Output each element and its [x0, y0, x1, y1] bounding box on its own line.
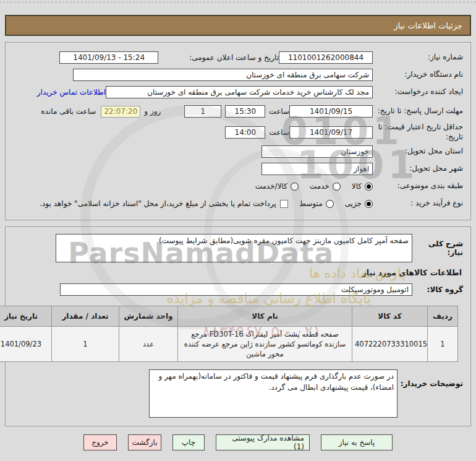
respond-to-need-button[interactable]: پاسخ به نیاز	[321, 434, 393, 450]
radio-medium-label: متوسط	[299, 199, 323, 208]
buyer-org-row: نام دستگاه خریدار: شرکت سهامی برق منطقه …	[13, 67, 463, 83]
buyer-contact-link[interactable]: اطلاعات تماس خریدار	[37, 88, 106, 97]
buyer-notes-label: توضیحات خریدار:	[397, 369, 463, 388]
radio-goods-label: کالا	[352, 182, 362, 191]
treasury-checkbox-label: پرداخت تمام یا بخشی از مبلغ خرید،از محل …	[40, 199, 276, 208]
cell-quantity: 1	[52, 327, 119, 362]
buyer-org-field[interactable]: شرکت سهامی برق منطقه ای خوزستان	[73, 69, 373, 81]
goods-table-row: 1 4072220733310015 صفحه قطعه پشت آمپر لی…	[0, 327, 458, 362]
radio-option-goods-service[interactable]: کالا/خدمت	[255, 182, 299, 191]
reply-deadline-label: مهلت ارسال پاسخ: تا تاریخ:	[373, 106, 463, 116]
request-creator-field[interactable]: مجد لک کارشناس خرید خدمات شرکت سهامی برق…	[106, 86, 373, 98]
top-dotted-divider	[0, 1, 476, 3]
radio-goods-service-icon[interactable]	[291, 183, 299, 191]
cell-goods-code: 4072220733310015	[352, 327, 428, 362]
request-creator-row: ایجاد کننده درخواست: مجد لک کارشناس خرید…	[13, 84, 463, 100]
delivery-city-label: شهر محل تحویل:	[373, 164, 463, 174]
need-description-row: شرح کلی نیاز: صفحه آمپر کامل کامیون مازب…	[13, 234, 463, 262]
col-header-need-date: تاریخ نیاز	[0, 306, 52, 327]
buyer-notes-row: توضیحات خریدار: در صورت عدم بارگذاری فرم…	[13, 369, 463, 418]
radio-option-service[interactable]: خدمت	[310, 182, 341, 191]
need-number-label: شماره نیاز:	[373, 53, 463, 62]
buyer-org-label: نام دستگاه خریدار:	[373, 70, 463, 80]
goods-group-row: گروه کالا: اتومبیل وموتورسیکلت	[13, 282, 463, 298]
action-button-bar: پاسخ به نیاز مشاهده مدارک پیوستی (1) چاپ…	[0, 434, 476, 450]
process-type-row: نوع فرآیند خرید : جزیی متوسط پرداخت تمام…	[13, 196, 463, 212]
reply-deadline-date-field[interactable]: 1401/09/15	[289, 105, 373, 118]
radio-option-minor[interactable]: جزیی	[345, 199, 373, 208]
delivery-city-field[interactable]: اهواز	[261, 163, 373, 175]
price-validity-row: حداقل تاریخ اعتبار قیمت: تا تاریخ: 1401/…	[13, 123, 463, 142]
radio-goods-service-label: کالا/خدمت	[255, 182, 287, 191]
page-title-bar: جزئیات اطلاعات نیاز	[5, 15, 471, 36]
back-button[interactable]: بازگشت	[128, 434, 161, 450]
goods-table-header-row: ردیف کد کالا نام کالا واحد شمارش تعداد /…	[0, 306, 458, 327]
announce-datetime-label: تاریخ و ساعت اعلان عمومی:	[189, 53, 279, 62]
radio-medium-icon[interactable]	[326, 200, 334, 208]
price-validity-label: حداقل تاریخ اعتبار قیمت: تا تاریخ:	[373, 123, 463, 142]
col-header-goods-code: کد کالا	[352, 306, 428, 327]
remaining-days-label: روز و	[144, 107, 161, 116]
process-type-label: نوع فرآیند خرید :	[373, 199, 463, 209]
goods-group-field[interactable]: اتومبیل وموتورسیکلت	[60, 283, 412, 296]
countdown-timer: 22:07:20	[101, 106, 140, 118]
need-description-label: شرح کلی نیاز:	[412, 239, 463, 257]
cell-row-index: 1	[428, 327, 458, 362]
col-header-quantity: تعداد / مقدار	[52, 306, 119, 327]
reply-deadline-time-field[interactable]: 15:30	[225, 105, 265, 118]
radio-option-goods[interactable]: کالا	[352, 182, 373, 191]
delivery-city-row: شهر محل تحویل: اهواز	[13, 161, 463, 177]
radio-minor-icon[interactable]	[365, 200, 373, 208]
price-validity-hour-label: ساعت	[269, 128, 289, 137]
radio-service-label: خدمت	[310, 182, 329, 191]
need-description-textarea[interactable]: صفحه آمپر کامل کامیون مازبنز جهت کامیون …	[56, 234, 412, 262]
need-number-row: شماره نیاز: 1101001262000844 تاریخ و ساع…	[13, 50, 463, 66]
price-validity-time-field[interactable]: 14:00	[225, 126, 265, 139]
delivery-province-field[interactable]: خوزستان	[261, 145, 373, 158]
reply-deadline-row: مهلت ارسال پاسخ: تا تاریخ: 1401/09/15 سا…	[13, 101, 463, 121]
request-creator-label: ایجاد کننده درخواست:	[373, 87, 463, 97]
buyer-notes-textarea[interactable]: در صورت عدم بارگذاری فرم پیشنهاد قیمت و …	[149, 369, 397, 418]
treasury-checkbox-icon[interactable]	[280, 200, 288, 208]
need-details-page: جزئیات اطلاعات نیاز شماره نیاز: 11010012…	[0, 0, 476, 461]
price-validity-date-field[interactable]: 1401/09/17	[289, 126, 373, 139]
goods-table: ردیف کد کالا نام کالا واحد شمارش تعداد /…	[0, 306, 458, 362]
col-header-row-index: ردیف	[428, 306, 458, 327]
remaining-hours-label: ساعت باقی مانده	[41, 107, 96, 116]
reply-deadline-hour-label: ساعت	[269, 107, 289, 116]
goods-details-panel: شرح کلی نیاز: صفحه آمپر کامل کامیون مازب…	[5, 226, 471, 426]
treasury-checkbox-option[interactable]: پرداخت تمام یا بخشی از مبلغ خرید،از محل …	[40, 199, 288, 208]
delivery-province-row: استان محل تحویل: خوزستان	[13, 144, 463, 160]
col-header-unit: واحد شمارش	[119, 306, 178, 327]
remaining-days-field: 1	[184, 105, 221, 118]
col-header-goods-name: نام کالا	[178, 306, 352, 327]
page-title: جزئیات اطلاعات نیاز	[394, 21, 462, 30]
exit-button[interactable]: خروج	[83, 434, 117, 450]
view-attached-docs-button[interactable]: مشاهده مدارک پیوستی (1)	[216, 434, 310, 450]
delivery-province-label: استان محل تحویل:	[373, 147, 463, 157]
general-info-panel: شماره نیاز: 1101001262000844 تاریخ و ساع…	[5, 42, 471, 220]
radio-service-icon[interactable]	[333, 183, 341, 191]
classification-label: طبقه بندی موضوعی:	[373, 181, 463, 191]
radio-option-medium[interactable]: متوسط	[299, 199, 334, 208]
goods-group-label: گروه کالا:	[412, 285, 463, 294]
cell-need-date: 1401/09/23	[0, 327, 52, 362]
radio-minor-label: جزیی	[345, 199, 362, 208]
need-number-field[interactable]: 1101001262000844	[279, 51, 373, 64]
classification-row: طبقه بندی موضوعی: کالا خدمت کالا/خدمت	[13, 178, 463, 194]
cell-unit: عدد	[119, 327, 178, 362]
print-button[interactable]: چاپ	[172, 434, 205, 450]
announce-datetime-field[interactable]: 1401/09/13 - 15:24	[59, 51, 158, 64]
radio-goods-icon[interactable]	[365, 183, 373, 191]
cell-goods-name: صفحه قطعه پشت آمپر لیفتراک FD30T-16 مرجع…	[178, 327, 352, 362]
goods-section-title: اطلاعات کالاهای مورد نیاز	[14, 268, 462, 277]
